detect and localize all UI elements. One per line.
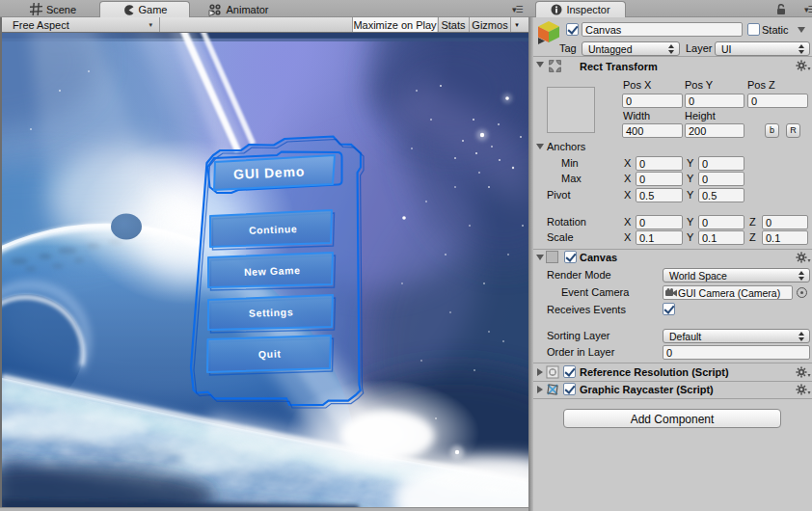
svg-text:Settings: Settings bbox=[249, 306, 294, 319]
svg-text:Quit: Quit bbox=[258, 348, 282, 361]
svg-text:GUI Demo: GUI Demo bbox=[233, 164, 306, 182]
svg-text:New Game: New Game bbox=[244, 264, 301, 278]
svg-text:Continue: Continue bbox=[249, 223, 298, 236]
